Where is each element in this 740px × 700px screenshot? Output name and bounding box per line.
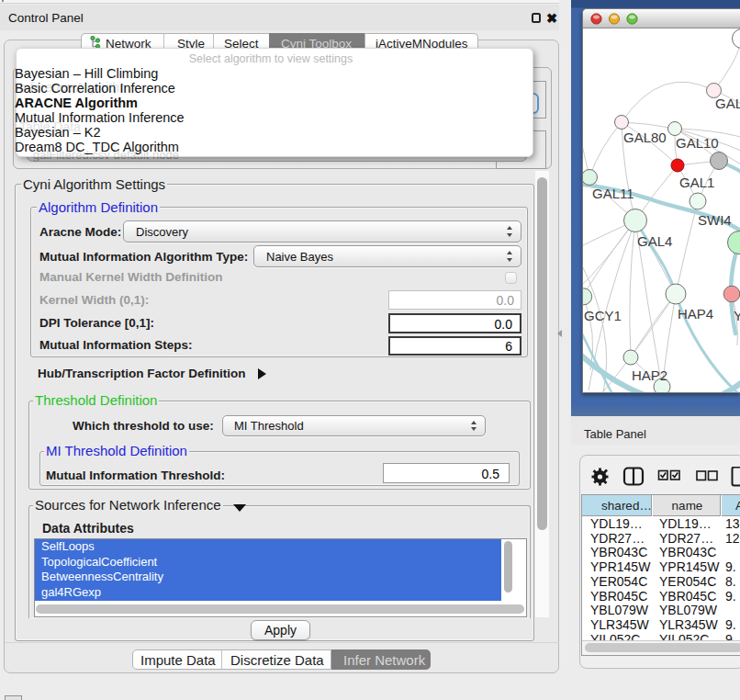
- svg-text:SWI4: SWI4: [698, 212, 732, 228]
- svg-text:GAL4: GAL4: [637, 233, 672, 249]
- svg-text:GAL80: GAL80: [623, 130, 667, 145]
- svg-text:HAP4: HAP4: [678, 306, 713, 322]
- svg-text:GAL10: GAL10: [676, 135, 719, 151]
- svg-text:HAP2: HAP2: [632, 367, 667, 383]
- svg-text:GAL1: GAL1: [679, 175, 714, 190]
- svg-text:GAL: GAL: [715, 96, 740, 111]
- svg-text:GCY1: GCY1: [584, 308, 622, 323]
- svg-text:GAL11: GAL11: [592, 186, 634, 201]
- svg-text:Y: Y: [734, 308, 740, 323]
